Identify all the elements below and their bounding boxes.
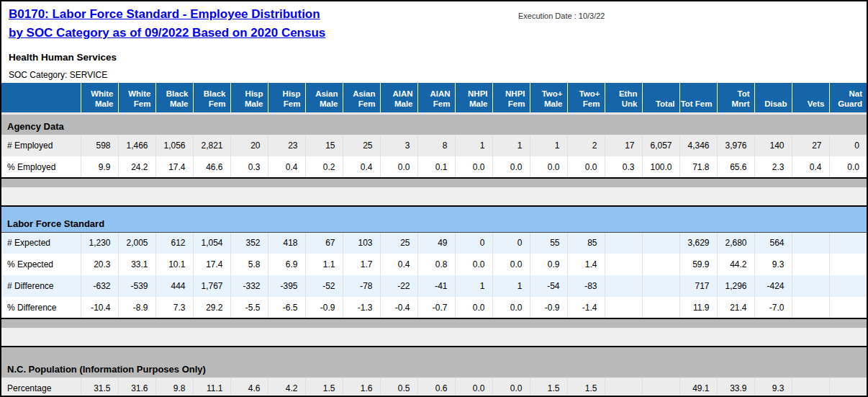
cell-percentage-tot-fem: 49.1 bbox=[679, 378, 717, 397]
column-header-nhpi-male: NHPI Male bbox=[455, 83, 492, 113]
cell-employed-tot-mnrt: 3,976 bbox=[717, 135, 754, 156]
cell-expected-two-fem: 1.4 bbox=[567, 254, 605, 275]
row-label: % Employed bbox=[1, 156, 81, 178]
cell-difference-ethn-unk bbox=[605, 297, 642, 318]
cell-expected-hisp-male: 5.8 bbox=[230, 254, 268, 275]
cell-employed-asian-fem: 0.4 bbox=[343, 156, 380, 178]
cell-difference-white-male: -10.4 bbox=[81, 297, 118, 318]
cell-difference-asian-male: -0.9 bbox=[305, 297, 343, 318]
spacer-row bbox=[1, 328, 867, 347]
cell-expected-white-fem: 33.1 bbox=[118, 254, 155, 275]
cell-expected-two-male: 0.9 bbox=[530, 254, 567, 275]
cell-employed-tot-fem: 4,346 bbox=[679, 135, 717, 156]
cell-employed-black-male: 1,056 bbox=[155, 135, 193, 156]
column-header-asian-male: Asian Male bbox=[305, 83, 343, 113]
cell-expected-two-fem: 85 bbox=[567, 232, 605, 254]
section-header-label: N.C. Population (Information Purposes On… bbox=[1, 347, 867, 378]
cell-employed-ethn-unk: 0.3 bbox=[605, 156, 642, 178]
column-header-aian-male: AIAN Male bbox=[380, 83, 417, 113]
cell-percentage-asian-male: 1.5 bbox=[305, 378, 343, 397]
cell-expected-nhpi-fem: 0.0 bbox=[492, 254, 530, 275]
cell-expected-disab: 9.3 bbox=[754, 254, 792, 275]
cell-expected-black-male: 10.1 bbox=[155, 254, 193, 275]
cell-employed-total: 100.0 bbox=[642, 156, 679, 178]
cell-expected-ethn-unk bbox=[605, 232, 642, 254]
execution-date: Execution Date : 10/3/22 bbox=[518, 12, 605, 20]
cell-employed-two-male: 1 bbox=[530, 135, 567, 156]
spacer-cell bbox=[1, 187, 867, 206]
section-header-agency-data: Agency Data bbox=[1, 113, 867, 135]
cell-employed-nhpi-fem: 1 bbox=[492, 135, 530, 156]
cell-difference-asian-fem: -1.3 bbox=[343, 297, 380, 318]
cell-expected-aian-fem: 0.8 bbox=[417, 254, 455, 275]
cell-difference-disab: -7.0 bbox=[754, 297, 792, 318]
table-header: White MaleWhite FemBlack MaleBlack FemHi… bbox=[1, 83, 867, 113]
report-page: B0170: Labor Force Standard - Employee D… bbox=[0, 0, 868, 397]
cell-difference-asian-fem: -78 bbox=[343, 275, 380, 297]
cell-expected-hisp-male: 352 bbox=[230, 232, 268, 254]
cell-percentage-asian-fem: 1.6 bbox=[343, 378, 380, 397]
cell-percentage-aian-male: 0.5 bbox=[380, 378, 417, 397]
column-header-two-fem: Two+ Fem bbox=[567, 83, 605, 113]
cell-expected-black-male: 612 bbox=[155, 232, 193, 254]
cell-difference-two-male: -54 bbox=[530, 275, 567, 297]
column-header-vets: Vets bbox=[792, 83, 829, 113]
cell-expected-nhpi-male: 0 bbox=[455, 232, 492, 254]
cell-difference-two-fem: -83 bbox=[567, 275, 605, 297]
cell-employed-nhpi-male: 1 bbox=[455, 135, 492, 156]
report-title-line-1[interactable]: B0170: Labor Force Standard - Employee D… bbox=[9, 5, 325, 24]
cell-expected-asian-fem: 103 bbox=[343, 232, 380, 254]
cell-expected-white-male: 20.3 bbox=[81, 254, 118, 275]
column-header-aian-fem: AIAN Fem bbox=[417, 83, 455, 113]
cell-employed-total: 6,057 bbox=[642, 135, 679, 156]
column-header-white-fem: White Fem bbox=[118, 83, 155, 113]
cell-difference-hisp-male: -5.5 bbox=[230, 297, 268, 318]
section-header-label: Agency Data bbox=[1, 113, 867, 135]
cell-expected-asian-fem: 1.7 bbox=[343, 254, 380, 275]
cell-employed-nhpi-male: 0.0 bbox=[455, 156, 492, 178]
cell-percentage-hisp-male: 4.6 bbox=[230, 378, 268, 397]
report-title-link[interactable]: B0170: Labor Force Standard - Employee D… bbox=[9, 5, 325, 43]
cell-expected-nat-guard bbox=[829, 254, 867, 275]
cell-difference-aian-male: -0.4 bbox=[380, 297, 417, 318]
column-header-black-male: Black Male bbox=[155, 83, 193, 113]
row-label: % Expected bbox=[1, 254, 81, 275]
cell-employed-two-male: 0.0 bbox=[530, 156, 567, 178]
cell-employed-tot-fem: 71.8 bbox=[679, 156, 717, 178]
cell-employed-disab: 140 bbox=[754, 135, 792, 156]
cell-percentage-nhpi-male: 0.0 bbox=[455, 378, 492, 397]
column-header-nhpi-fem: NHPI Fem bbox=[492, 83, 530, 113]
spacer-row bbox=[1, 178, 867, 187]
cell-expected-disab: 564 bbox=[754, 232, 792, 254]
cell-employed-white-fem: 24.2 bbox=[118, 156, 155, 178]
cell-percentage-white-fem: 31.6 bbox=[118, 378, 155, 397]
row-label: # Employed bbox=[1, 135, 81, 156]
cell-expected-tot-mnrt: 2,680 bbox=[717, 232, 754, 254]
cell-difference-hisp-male: -332 bbox=[230, 275, 268, 297]
cell-percentage-two-male: 1.5 bbox=[530, 378, 567, 397]
cell-expected-total bbox=[642, 232, 679, 254]
cell-expected-hisp-fem: 6.9 bbox=[268, 254, 305, 275]
row-label: % Difference bbox=[1, 297, 81, 318]
column-header-nat-guard: Nat Guard bbox=[829, 83, 867, 113]
cell-employed-hisp-fem: 0.4 bbox=[268, 156, 305, 178]
cell-employed-white-fem: 1,466 bbox=[118, 135, 155, 156]
report-title-line-2[interactable]: by SOC Category as of 09/2022 Based on 2… bbox=[9, 24, 325, 43]
cell-expected-white-fem: 2,005 bbox=[118, 232, 155, 254]
cell-difference-tot-fem: 11.9 bbox=[679, 297, 717, 318]
cell-percentage-total bbox=[642, 378, 679, 397]
cell-percentage-black-fem: 11.1 bbox=[193, 378, 230, 397]
cell-percentage-vets bbox=[792, 378, 829, 397]
cell-difference-aian-fem: -0.7 bbox=[417, 297, 455, 318]
cell-expected-tot-fem: 3,629 bbox=[679, 232, 717, 254]
cell-employed-vets: 27 bbox=[792, 135, 829, 156]
spacer-cell bbox=[1, 178, 867, 187]
soc-category-label: SOC Category: SERVICE bbox=[9, 70, 107, 80]
column-header-tot-mnrt: Tot Mnrt bbox=[717, 83, 754, 113]
cell-expected-white-male: 1,230 bbox=[81, 232, 118, 254]
cell-expected-total bbox=[642, 254, 679, 275]
cell-employed-white-male: 9.9 bbox=[81, 156, 118, 178]
column-header-white-male: White Male bbox=[81, 83, 118, 113]
cell-employed-vets: 0.4 bbox=[792, 156, 829, 178]
cell-difference-total bbox=[642, 297, 679, 318]
